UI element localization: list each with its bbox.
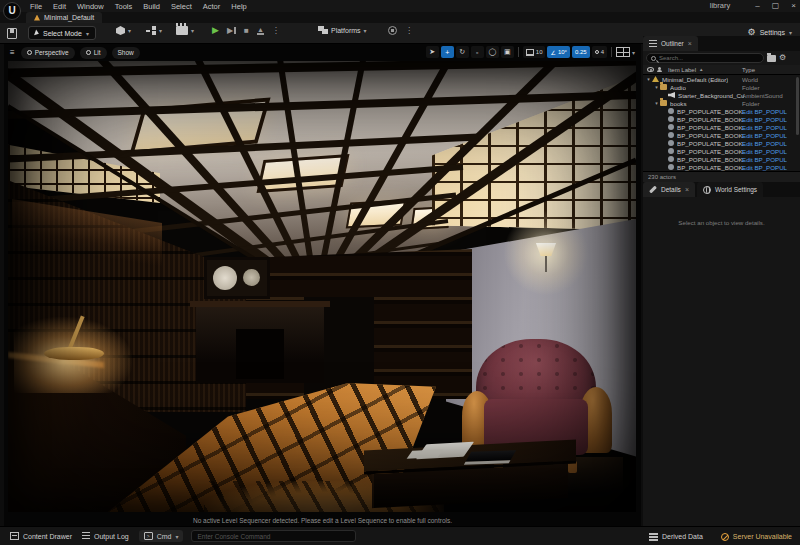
- create-folder-icon[interactable]: [767, 55, 776, 62]
- outliner-row[interactable]: BP_POPULATE_BOOKS_advan Edit BP_POPUL: [643, 107, 800, 115]
- grid-snap-toggle[interactable]: 10: [523, 46, 546, 58]
- tab-world-settings[interactable]: World Settings: [697, 182, 763, 197]
- tab-details[interactable]: Details ×: [643, 182, 695, 197]
- surface-snap-icon[interactable]: ▣: [501, 46, 514, 58]
- add-actor-button[interactable]: ▾: [116, 26, 131, 35]
- viewport-layout-icon[interactable]: [616, 47, 630, 57]
- sequencer-status-message: No active Level Sequencer detected. Plea…: [4, 517, 641, 524]
- visibility-eye-icon[interactable]: [647, 67, 654, 72]
- derived-data-button[interactable]: Derived Data: [649, 533, 703, 541]
- select-mode-dropdown[interactable]: Select Mode ▾: [28, 26, 96, 40]
- menu-build[interactable]: Build: [143, 2, 160, 11]
- frame-skip-icon[interactable]: ▶: [227, 26, 236, 35]
- row-type[interactable]: Edit BP_POPUL: [742, 140, 787, 147]
- level-tab[interactable]: Minimal_Default: [26, 12, 102, 23]
- expand-caret-icon[interactable]: ▾: [645, 76, 652, 82]
- outliner-row[interactable]: BP_POPULATE_BOOKS_advan Edit BP_POPUL: [643, 131, 800, 139]
- row-type-icon: [660, 100, 667, 106]
- search-box[interactable]: [646, 53, 764, 63]
- outliner-settings-gear-icon[interactable]: ⚙: [779, 54, 786, 62]
- cmd-dropdown[interactable]: > Cmd ▾: [139, 530, 184, 542]
- level-viewport[interactable]: ≡ Perspective Lit Show ➤ + ↻ ▫ ◯ ▣ 10 ∠1…: [4, 44, 641, 526]
- blueprints-button[interactable]: ▾: [146, 26, 162, 35]
- rotate-tool-icon[interactable]: ↻: [456, 46, 469, 58]
- outliner-row[interactable]: ▾ Minimal_Default (Editor) World: [643, 75, 800, 83]
- platforms-dropdown[interactable]: Platforms ▾: [318, 26, 367, 34]
- pinned-column-icon[interactable]: [657, 67, 662, 72]
- row-type[interactable]: Edit BP_POPUL: [742, 132, 787, 139]
- row-type[interactable]: Edit BP_POPUL: [742, 124, 787, 131]
- outliner-row[interactable]: BP_POPULATE_BOOKS_advan Edit BP_POPUL: [643, 147, 800, 155]
- content-drawer-button[interactable]: Content Drawer: [10, 532, 72, 540]
- row-type[interactable]: Folder: [742, 100, 760, 107]
- view-mode-dropdown[interactable]: Lit: [80, 47, 107, 59]
- row-type[interactable]: Edit BP_POPUL: [742, 108, 787, 115]
- unreal-logo-icon[interactable]: U: [3, 2, 21, 20]
- chevron-down-icon[interactable]: ▾: [632, 49, 635, 56]
- perspective-dropdown[interactable]: Perspective: [21, 47, 75, 59]
- type-column[interactable]: Type: [742, 67, 755, 73]
- outliner-row[interactable]: BP_POPULATE_BOOKS_advan Edit BP_POPUL: [643, 155, 800, 163]
- window-controls: – ▢ ×: [755, 0, 796, 12]
- menu-actor[interactable]: Actor: [203, 2, 221, 11]
- outliner-scrollbar[interactable]: [796, 77, 799, 135]
- details-tab-label: Details: [661, 186, 681, 193]
- outliner-row[interactable]: BP_POPULATE_BOOKS_advan Edit BP_POPUL: [643, 123, 800, 131]
- world-settings-globe-icon: [703, 186, 711, 194]
- rendered-scene[interactable]: [8, 61, 636, 512]
- console-command-input[interactable]: [191, 530, 356, 542]
- move-tool-icon[interactable]: +: [441, 46, 454, 58]
- tab-outliner[interactable]: Outliner ×: [643, 36, 698, 51]
- row-type[interactable]: Edit BP_POPUL: [742, 116, 787, 123]
- select-tool-icon[interactable]: ➤: [426, 46, 439, 58]
- row-type[interactable]: Edit BP_POPUL: [742, 164, 787, 171]
- menu-tools[interactable]: Tools: [115, 2, 133, 11]
- outliner-row[interactable]: Starter_Background_Cue AmbientSound: [643, 91, 800, 99]
- item-label-column[interactable]: Item Label: [668, 67, 696, 73]
- launch-icon[interactable]: [388, 26, 397, 35]
- cinematics-button[interactable]: ▾: [176, 26, 194, 35]
- show-dropdown[interactable]: Show: [112, 47, 140, 59]
- eject-icon[interactable]: ▲: [257, 27, 264, 35]
- outliner-row[interactable]: BP_POPULATE_BOOKS_advan Edit BP_POPUL: [643, 163, 800, 171]
- close-button[interactable]: ×: [791, 0, 796, 12]
- grid-icon: [526, 49, 534, 56]
- viewport-options-icon[interactable]: ≡: [10, 48, 15, 57]
- play-icon[interactable]: ▶: [212, 26, 219, 35]
- scale-snap-toggle[interactable]: 0.25: [572, 46, 590, 58]
- close-icon[interactable]: ×: [688, 40, 692, 47]
- save-icon[interactable]: [7, 28, 17, 39]
- minimize-button[interactable]: –: [755, 0, 759, 12]
- menu-help[interactable]: Help: [231, 2, 246, 11]
- outliner-row[interactable]: BP_POPULATE_BOOKS_advan Edit BP_POPUL: [643, 115, 800, 123]
- server-status-button[interactable]: Server Unavailable: [721, 533, 792, 541]
- outliner-row[interactable]: ▾ books Folder: [643, 99, 800, 107]
- outliner-row[interactable]: ▾ Audio Folder: [643, 83, 800, 91]
- row-type[interactable]: Edit BP_POPUL: [742, 148, 787, 155]
- row-type-icon: [668, 124, 674, 130]
- menu-edit[interactable]: Edit: [53, 2, 66, 11]
- row-type[interactable]: Edit BP_POPUL: [742, 156, 787, 163]
- expand-caret-icon[interactable]: ▾: [653, 100, 660, 106]
- row-type[interactable]: World: [742, 76, 758, 83]
- wall-clock: [204, 257, 270, 299]
- menu-window[interactable]: Window: [77, 2, 104, 11]
- search-input[interactable]: [659, 55, 759, 61]
- menu-select[interactable]: Select: [171, 2, 192, 11]
- outliner-row[interactable]: BP_POPULATE_BOOKS_advan Edit BP_POPUL: [643, 139, 800, 147]
- menu-file[interactable]: File: [30, 2, 42, 11]
- expand-caret-icon[interactable]: ▾: [653, 84, 660, 90]
- camera-speed-toggle[interactable]: 4: [592, 46, 607, 58]
- close-icon[interactable]: ×: [685, 186, 689, 193]
- launch-group: ⋮: [388, 26, 413, 35]
- world-space-icon[interactable]: ◯: [486, 46, 499, 58]
- play-options-kebab-icon[interactable]: ⋮: [272, 26, 280, 35]
- output-log-button[interactable]: Output Log: [82, 532, 129, 540]
- row-type[interactable]: AmbientSound: [742, 92, 783, 99]
- launch-options-kebab-icon[interactable]: ⋮: [405, 26, 413, 35]
- stop-icon[interactable]: ■: [244, 26, 249, 35]
- row-type[interactable]: Folder: [742, 84, 760, 91]
- rotation-snap-toggle[interactable]: ∠10°: [547, 46, 569, 58]
- scale-tool-icon[interactable]: ▫: [471, 46, 484, 58]
- maximize-button[interactable]: ▢: [772, 0, 780, 12]
